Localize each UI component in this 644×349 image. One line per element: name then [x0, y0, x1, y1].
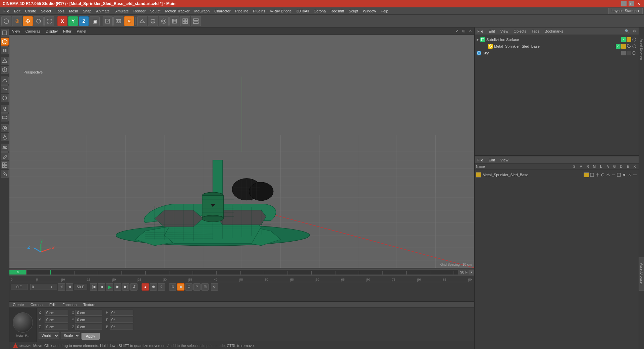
obj-subdivision-check[interactable]: ✓ — [621, 37, 626, 42]
menu-motion-tracker[interactable]: Motion Tracker — [163, 8, 192, 14]
layout-label[interactable]: Layout: Startup ▾ — [608, 8, 643, 14]
step-left-small-btn[interactable]: ◁ — [58, 283, 65, 291]
vp-menu-cameras[interactable]: Cameras — [24, 29, 42, 34]
scale-dropdown[interactable]: Scale — [61, 332, 80, 339]
jump-end-btn[interactable]: ▶| — [122, 283, 129, 291]
obj-menu-objects[interactable]: Objects — [512, 29, 527, 34]
render-full-btn[interactable] — [124, 16, 134, 26]
menu-help[interactable]: Help — [379, 8, 390, 14]
menu-sculpt[interactable]: Sculpt — [148, 8, 163, 14]
vp-menu-filter[interactable]: Filter — [62, 29, 72, 34]
mode-rotate-btn[interactable] — [34, 16, 44, 26]
obj-menu-bookmarks[interactable]: Bookmarks — [543, 29, 565, 34]
view-render-settings-btn[interactable] — [169, 16, 179, 26]
left-camera-btn[interactable] — [1, 113, 9, 121]
axis-x-btn[interactable]: X — [57, 16, 67, 26]
menu-tools[interactable]: Tools — [54, 8, 66, 14]
obj-sky-check[interactable] — [621, 51, 626, 55]
end-frame-input[interactable]: 50 F — [74, 284, 87, 290]
left-cube-btn[interactable] — [1, 66, 9, 74]
coord-p-rot[interactable] — [110, 317, 133, 323]
record-btn[interactable]: ● — [142, 283, 149, 291]
obj-sky[interactable]: Sky — [476, 50, 637, 56]
left-brush-btn[interactable] — [1, 133, 9, 141]
menu-corona[interactable]: Corona — [312, 8, 328, 14]
vp-icon-expand[interactable]: ⤢ — [454, 29, 460, 34]
vp-icon-close[interactable]: ✕ — [468, 29, 473, 34]
menu-render[interactable]: Render — [131, 8, 148, 14]
coord-y-pos[interactable] — [45, 317, 68, 323]
next-frame-btn[interactable]: ▶ — [114, 283, 121, 291]
axis-all-btn[interactable]: ▣ — [90, 16, 100, 26]
bp-tab-corona[interactable]: Corona — [29, 302, 45, 307]
menu-simulate[interactable]: Simulate — [112, 8, 131, 14]
left-paint-btn[interactable] — [1, 152, 9, 160]
obj-menu-tags[interactable]: Tags — [530, 29, 541, 34]
left-select-object-btn[interactable] — [1, 38, 9, 46]
vp-icon-fullscreen[interactable]: ⊞ — [461, 29, 466, 34]
mode-add-btn[interactable]: ⊕ — [12, 16, 22, 26]
menu-vray-bridge[interactable]: V-Ray Bridge — [268, 8, 294, 14]
view-perspective-btn[interactable] — [137, 16, 147, 26]
render-view-btn[interactable] — [113, 16, 123, 26]
coord-system-dropdown[interactable]: World Object Local — [39, 332, 59, 339]
loop-btn[interactable]: ↺ — [130, 283, 138, 291]
close-button[interactable]: ✕ — [636, 1, 641, 6]
key-circle-btn[interactable]: ⊙ — [185, 283, 193, 291]
view-wireframe-btn[interactable] — [148, 16, 158, 26]
minimize-button[interactable]: ─ — [621, 1, 627, 6]
prev-frame-btn[interactable]: ◀ — [98, 283, 105, 291]
menu-edit[interactable]: Edit — [12, 8, 22, 14]
timeline-settings-btn[interactable]: ⚙ — [211, 283, 218, 291]
coord-y-size[interactable] — [75, 317, 102, 323]
apply-button[interactable]: Apply — [82, 333, 100, 340]
mat-menu-view[interactable]: View — [499, 157, 510, 163]
key-orange-btn[interactable]: ■ — [177, 283, 184, 291]
vp-menu-display[interactable]: Display — [44, 29, 59, 34]
left-grid-btn[interactable] — [1, 161, 9, 169]
menu-3dtoall[interactable]: 3DToAll — [294, 8, 311, 14]
key-grid-btn[interactable]: ⊞ — [201, 283, 209, 291]
motion-path-btn[interactable]: ⊕ — [169, 283, 176, 291]
left-dynamics-btn[interactable] — [1, 170, 9, 178]
menu-script[interactable]: Script — [347, 8, 360, 14]
mode-move-btn[interactable] — [23, 16, 33, 26]
mat-sprinkler-row[interactable]: Metal_Sprinkler_Sled_Base — [476, 171, 637, 179]
axis-z-btn[interactable]: Z — [79, 16, 89, 26]
auto-key-btn[interactable]: ⊕ — [150, 283, 157, 291]
obj-metal-check[interactable]: ✓ — [616, 44, 621, 49]
keyframe-btn[interactable]: ? — [158, 283, 165, 291]
frame-input[interactable] — [31, 285, 51, 289]
bp-tab-create[interactable]: Create — [11, 302, 26, 307]
coord-b-rot[interactable] — [110, 324, 133, 330]
obj-subdivision-surface[interactable]: ▶ Subdivision Surface ✓ — [476, 36, 637, 43]
vp-menu-view[interactable]: View — [11, 29, 21, 34]
view-settings-btn[interactable] — [159, 16, 169, 26]
vp-menu-panel[interactable]: Panel — [75, 29, 88, 34]
viewport-3d[interactable]: Perspective — [9, 35, 474, 268]
coord-z-size[interactable] — [75, 324, 102, 330]
view-layout-btn[interactable] — [191, 16, 201, 26]
bp-tab-texture[interactable]: Texture — [81, 302, 97, 307]
jump-start-btn[interactable]: |◀ — [90, 283, 97, 291]
coord-z-pos[interactable] — [45, 324, 68, 330]
menu-mesh[interactable]: Mesh — [67, 8, 80, 14]
menu-window[interactable]: Window — [361, 8, 378, 14]
mode-object-btn[interactable] — [1, 16, 11, 26]
menu-redshift[interactable]: Redshift — [328, 8, 346, 14]
menu-create[interactable]: Create — [23, 8, 38, 14]
obj-settings-icon[interactable]: ⚙ — [632, 29, 637, 34]
obj-menu-file[interactable]: File — [476, 29, 485, 34]
step-left-btn[interactable]: ◀ — [66, 283, 73, 291]
mat-menu-edit[interactable]: Edit — [487, 157, 496, 163]
maximize-button[interactable]: □ — [629, 1, 634, 6]
menu-character[interactable]: Character — [212, 8, 232, 14]
menu-snap[interactable]: Snap — [81, 8, 94, 14]
coord-h-rot[interactable] — [110, 310, 133, 316]
menu-plugins[interactable]: Plugins — [251, 8, 267, 14]
key-p-btn[interactable]: P — [193, 283, 201, 291]
left-deform-btn[interactable] — [1, 85, 9, 93]
menu-select[interactable]: Select — [39, 8, 53, 14]
menu-animate[interactable]: Animate — [94, 8, 112, 14]
left-select-layer-btn[interactable] — [1, 46, 9, 54]
